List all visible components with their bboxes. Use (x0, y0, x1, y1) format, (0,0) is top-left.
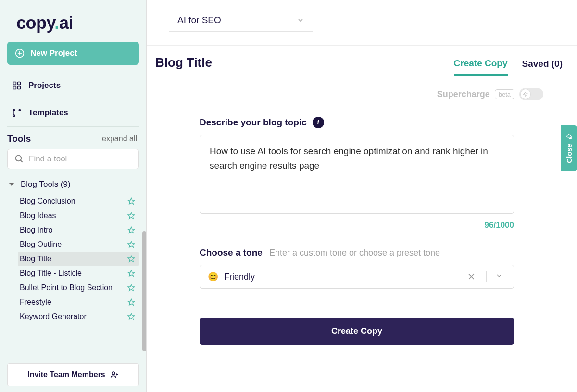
tool-item-active[interactable]: Blog Title (18, 252, 139, 266)
divider (486, 271, 487, 282)
tone-label-row: Choose a tone Enter a custom tone or cho… (200, 247, 548, 258)
tone-select[interactable]: 😊 Friendly ✕ (200, 265, 514, 289)
tool-item[interactable]: Blog Outline (18, 237, 139, 252)
svg-rect-4 (18, 82, 21, 85)
expand-all-link[interactable]: expand all (102, 135, 137, 143)
info-icon[interactable]: i (313, 117, 324, 128)
svg-marker-18 (128, 256, 134, 262)
svg-marker-14 (128, 198, 134, 204)
supercharge-row: Supercharge beta (437, 88, 543, 100)
tag-icon (566, 133, 573, 140)
star-icon[interactable] (127, 212, 135, 220)
beta-badge: beta (495, 89, 514, 99)
tone-value: Friendly (224, 272, 457, 282)
tone-emoji: 😊 (208, 271, 218, 282)
svg-marker-21 (128, 299, 134, 305)
tool-search-input[interactable] (29, 154, 132, 164)
caret-down-icon (9, 183, 14, 186)
close-panel-tab[interactable]: Close (561, 125, 577, 171)
tabs: Create Copy Saved (0) (454, 58, 563, 68)
tool-list: Blog Conclusion Blog Ideas Blog Intro Bl… (7, 194, 139, 324)
tool-item[interactable]: Keyword Generator (18, 309, 139, 324)
svg-point-12 (16, 156, 22, 161)
clear-tone-button[interactable]: ✕ (463, 271, 480, 282)
templates-icon (12, 108, 22, 118)
nav-templates[interactable]: Templates (7, 99, 139, 127)
describe-label-row: Describe your blog topic i (200, 117, 548, 128)
svg-marker-17 (128, 241, 134, 247)
new-project-button[interactable]: New Project (7, 42, 139, 65)
star-icon[interactable] (127, 241, 135, 248)
project-select[interactable]: AI for SEO (169, 9, 313, 32)
page-header: Blog Title Create Copy Saved (0) (147, 46, 577, 78)
bolt-icon (523, 91, 528, 97)
svg-point-7 (13, 110, 15, 111)
svg-marker-26 (524, 92, 528, 97)
main: AI for SEO Blog Title Create Copy Saved … (147, 0, 577, 392)
tab-saved[interactable]: Saved (0) (522, 59, 563, 75)
brand-logo: copy.ai (0, 0, 146, 42)
describe-textarea[interactable] (200, 135, 514, 214)
create-copy-button[interactable]: Create Copy (200, 318, 514, 345)
star-icon[interactable] (127, 270, 135, 277)
svg-point-8 (19, 110, 20, 111)
star-icon[interactable] (127, 284, 135, 292)
project-selector-row: AI for SEO (147, 0, 577, 46)
supercharge-toggle[interactable] (519, 88, 543, 100)
svg-rect-3 (13, 82, 16, 85)
content-area: Supercharge beta Describe your blog topi… (147, 78, 577, 392)
page-title: Blog Title (155, 55, 212, 70)
svg-point-23 (112, 372, 115, 375)
chevron-down-icon (297, 16, 304, 24)
tool-item[interactable]: Blog Conclusion (18, 194, 139, 208)
chevron-down-icon[interactable] (492, 272, 506, 282)
svg-marker-15 (128, 212, 134, 219)
svg-point-9 (13, 115, 15, 116)
char-count: 96/1000 (200, 220, 514, 230)
projects-icon (12, 81, 22, 90)
svg-marker-22 (128, 313, 134, 319)
tool-category-blog[interactable]: Blog Tools (9) (7, 177, 139, 194)
tab-create-copy[interactable]: Create Copy (454, 58, 508, 76)
sidebar: copy.ai New Project Projects Templates T… (0, 0, 147, 392)
tone-hint: Enter a custom tone or choose a preset t… (269, 248, 440, 258)
supercharge-label: Supercharge (437, 89, 490, 99)
svg-marker-20 (128, 284, 134, 291)
star-icon[interactable] (127, 197, 135, 205)
tool-item[interactable]: Blog Ideas (18, 208, 139, 223)
svg-marker-16 (128, 227, 134, 233)
star-icon[interactable] (127, 255, 135, 263)
svg-rect-5 (13, 86, 16, 89)
tool-search[interactable] (7, 149, 139, 169)
invite-team-button[interactable]: Invite Team Members (7, 363, 139, 386)
star-icon[interactable] (127, 298, 135, 306)
svg-marker-19 (128, 270, 134, 276)
star-icon[interactable] (127, 226, 135, 234)
svg-point-27 (570, 137, 571, 138)
tool-item[interactable]: Freestyle (18, 295, 139, 309)
tool-item[interactable]: Blog Title - Listicle (18, 266, 139, 281)
new-project-label: New Project (30, 49, 77, 58)
svg-rect-6 (18, 86, 21, 89)
sidebar-scrollbar[interactable] (142, 231, 146, 351)
svg-line-13 (21, 160, 23, 162)
star-icon[interactable] (127, 313, 135, 320)
toggle-knob (520, 89, 531, 99)
search-icon (14, 154, 24, 164)
tool-item[interactable]: Blog Intro (18, 223, 139, 237)
describe-label: Describe your blog topic (200, 117, 307, 128)
nav-projects[interactable]: Projects (7, 72, 139, 99)
plus-circle-icon (15, 49, 25, 58)
tool-item[interactable]: Bullet Point to Blog Section (18, 281, 139, 295)
tone-label: Choose a tone (200, 247, 263, 258)
tools-heading: Tools (7, 134, 31, 144)
user-plus-icon (110, 370, 119, 379)
